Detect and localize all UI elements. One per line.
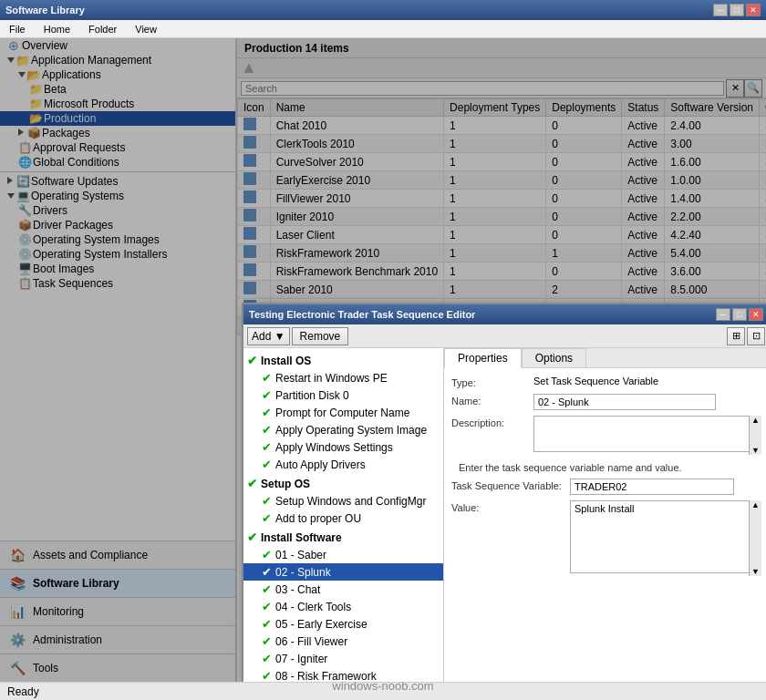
task-sequence-editor-dialog: Testing Electronic Trader Task Sequence …: [242, 303, 766, 682]
tab-options[interactable]: Options: [522, 348, 586, 367]
tab-properties[interactable]: Properties: [444, 348, 522, 368]
modal-body: ✔ Install OS ✔ Restart in Windows PE ✔ P…: [243, 348, 766, 682]
seq-add-ou[interactable]: ✔ Add to proper OU: [243, 510, 443, 527]
close-button[interactable]: ✕: [746, 4, 761, 16]
setup-os-label: Setup OS: [261, 478, 310, 490]
seq-apply-windows-settings[interactable]: ✔ Apply Windows Settings: [243, 438, 443, 456]
restart-winpe-check: ✔: [262, 371, 272, 385]
desc-label: Description:: [451, 416, 533, 428]
s01-label: 01 - Saber: [275, 549, 326, 561]
section-install-software: ✔ Install Software: [243, 529, 443, 546]
install-sw-label: Install Software: [261, 531, 342, 544]
seq-prompt-computer[interactable]: ✔ Prompt for Computer Name: [243, 404, 443, 421]
menu-folder[interactable]: Folder: [85, 23, 120, 36]
s03-label: 03 - Chat: [275, 583, 320, 596]
desc-scroll-up[interactable]: ▲: [750, 416, 761, 425]
add-ou-check: ✔: [262, 511, 272, 525]
restart-winpe-label: Restart in Windows PE: [275, 372, 388, 385]
seq-s08-risk[interactable]: ✔ 08 - Risk Framework: [243, 667, 443, 682]
seq-s05-early[interactable]: ✔ 05 - Early Exercise: [243, 615, 443, 633]
auto-apply-label: Auto Apply Drivers: [275, 458, 366, 471]
prompt-computer-label: Prompt for Computer Name: [275, 407, 409, 419]
prompt-computer-check: ✔: [262, 406, 272, 419]
status-text: Ready: [7, 685, 39, 698]
add-ou-label: Add to proper OU: [275, 512, 361, 525]
seq-s06-fill[interactable]: ✔ 06 - Fill Viewer: [243, 633, 443, 650]
modal-minimize[interactable]: ─: [716, 308, 730, 321]
form-row-tsv: Task Sequence Variable:: [451, 479, 761, 495]
apply-os-label: Apply Operating System Image: [275, 424, 427, 437]
form-row-type: Type: Set Task Sequence Variable: [451, 376, 761, 388]
tsv-input[interactable]: [570, 479, 734, 495]
properties-panel: Properties Options Type: Set Task Sequen…: [444, 348, 766, 682]
s06-check: ✔: [262, 634, 272, 648]
apply-win-settings-check: ✔: [262, 440, 272, 454]
s08-label: 08 - Risk Framework: [275, 670, 377, 683]
value-label: Value:: [451, 500, 570, 513]
apply-os-check: ✔: [262, 423, 272, 437]
apply-win-settings-label: Apply Windows Settings: [275, 441, 393, 454]
menu-bar: File Home Folder View: [0, 20, 766, 38]
s01-check: ✔: [262, 548, 272, 561]
name-input[interactable]: [533, 394, 716, 410]
window-controls[interactable]: ─ □ ✕: [713, 4, 761, 16]
modal-title: Testing Electronic Trader Task Sequence …: [249, 309, 475, 320]
s08-check: ✔: [262, 669, 272, 682]
type-value: Set Task Sequence Variable: [533, 376, 761, 386]
remove-button[interactable]: Remove: [292, 327, 349, 345]
install-sw-check: ✔: [247, 530, 257, 544]
title-bar: Software Library ─ □ ✕: [0, 0, 766, 20]
menu-view[interactable]: View: [131, 23, 160, 36]
seq-auto-apply-drivers[interactable]: ✔ Auto Apply Drivers: [243, 456, 443, 473]
modal-toolbar: Add ▼ Remove ⊞ ⊡: [243, 324, 766, 348]
info-text: Enter the task sequence variable name an…: [451, 462, 761, 473]
setup-os-check: ✔: [247, 477, 257, 490]
modal-tabs: Properties Options: [444, 348, 766, 368]
seq-setup-configmgr[interactable]: ✔ Setup Windows and ConfigMgr: [243, 492, 443, 510]
s04-check: ✔: [262, 600, 272, 613]
minimize-button[interactable]: ─: [713, 4, 728, 16]
tab-content-properties: Type: Set Task Sequence Variable Name: D…: [444, 368, 766, 682]
form-row-description: Description: ▲ ▼: [451, 416, 761, 455]
seq-s01-saber[interactable]: ✔ 01 - Saber: [243, 546, 443, 563]
value-textarea[interactable]: [570, 500, 761, 573]
partition-disk-label: Partition Disk 0: [275, 389, 349, 402]
maximize-button[interactable]: □: [730, 4, 744, 16]
seq-s02-splunk[interactable]: ✔ 02 - Splunk: [243, 563, 443, 581]
setup-configmgr-check: ✔: [262, 494, 272, 508]
seq-icon-btn1[interactable]: ⊞: [727, 327, 745, 345]
form-row-value: Value: ▲ ▼: [451, 500, 761, 576]
s05-label: 05 - Early Exercise: [275, 618, 367, 631]
value-scroll-up[interactable]: ▲: [750, 500, 761, 510]
modal-maximize[interactable]: □: [732, 308, 747, 321]
s06-label: 06 - Fill Viewer: [275, 635, 347, 648]
modal-close[interactable]: ✕: [749, 308, 763, 321]
partition-disk-check: ✔: [262, 388, 272, 402]
value-scroll-down[interactable]: ▼: [750, 567, 761, 576]
s04-label: 04 - Clerk Tools: [275, 601, 351, 613]
form-row-name: Name:: [451, 394, 761, 410]
type-label: Type:: [451, 376, 533, 388]
install-os-label: Install OS: [261, 355, 311, 367]
auto-apply-check: ✔: [262, 458, 272, 471]
seq-partition-disk[interactable]: ✔ Partition Disk 0: [243, 386, 443, 404]
seq-icon-btn2[interactable]: ⊡: [747, 327, 765, 345]
seq-apply-os-image[interactable]: ✔ Apply Operating System Image: [243, 421, 443, 438]
menu-file[interactable]: File: [5, 23, 29, 36]
setup-configmgr-label: Setup Windows and ConfigMgr: [275, 495, 426, 508]
menu-home[interactable]: Home: [40, 23, 74, 36]
s03-check: ✔: [262, 582, 272, 596]
desc-scroll-down[interactable]: ▼: [750, 446, 761, 455]
add-button[interactable]: Add ▼: [247, 327, 290, 345]
section-install-os: ✔ Install OS: [243, 352, 443, 369]
desc-textarea[interactable]: [533, 416, 761, 452]
install-os-check: ✔: [247, 354, 257, 367]
modal-window-controls[interactable]: ─ □ ✕: [716, 308, 763, 321]
seq-s04-clerk[interactable]: ✔ 04 - Clerk Tools: [243, 598, 443, 615]
seq-s07-igniter[interactable]: ✔ 07 - Igniter: [243, 650, 443, 667]
sequence-tree: ✔ Install OS ✔ Restart in Windows PE ✔ P…: [243, 348, 444, 682]
seq-restart-winpe[interactable]: ✔ Restart in Windows PE: [243, 369, 443, 386]
seq-s03-chat[interactable]: ✔ 03 - Chat: [243, 581, 443, 598]
s07-label: 07 - Igniter: [275, 653, 327, 665]
tsv-label: Task Sequence Variable:: [451, 479, 570, 491]
